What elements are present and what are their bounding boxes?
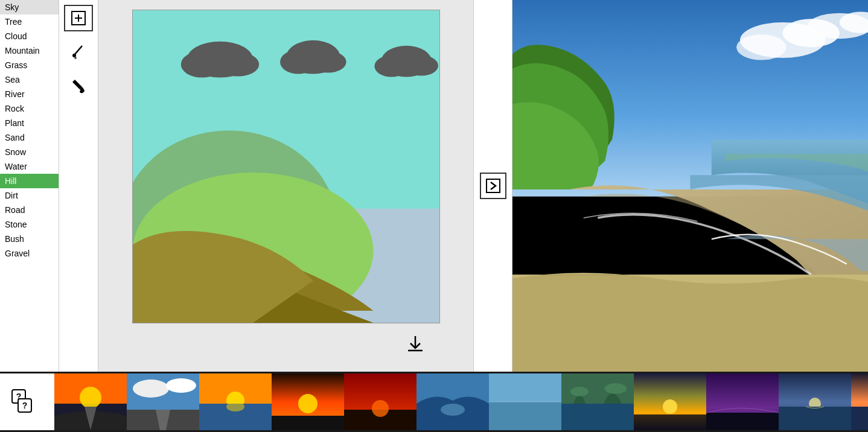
svg-rect-68 <box>706 413 779 430</box>
svg-point-10 <box>217 52 259 77</box>
download-button[interactable] <box>406 334 425 357</box>
thumbnail-1[interactable] <box>54 373 127 430</box>
thumbnail-6[interactable] <box>416 373 489 430</box>
svg-rect-61 <box>561 404 634 430</box>
thumbnail-9[interactable] <box>634 373 706 430</box>
thumbnail-4[interactable] <box>272 373 344 430</box>
random-button[interactable]: ? ? <box>0 373 54 430</box>
svg-point-36 <box>80 387 101 408</box>
fill-button[interactable] <box>64 72 93 99</box>
label-item-gravel[interactable]: Gravel <box>0 246 59 261</box>
thumbnail-3[interactable] <box>199 373 272 430</box>
thumbnail-8[interactable] <box>561 373 634 430</box>
svg-point-5 <box>74 57 77 59</box>
svg-point-51 <box>372 400 389 417</box>
svg-point-62 <box>570 387 589 396</box>
svg-rect-48 <box>272 416 344 430</box>
thumbnail-5[interactable] <box>344 373 416 430</box>
svg-text:?: ? <box>22 401 28 410</box>
label-item-tree[interactable]: Tree <box>0 14 59 29</box>
middle-panel <box>473 0 512 372</box>
brush-button[interactable] <box>64 39 93 65</box>
new-layer-button[interactable] <box>64 5 93 31</box>
svg-point-15 <box>374 56 408 77</box>
thumbnail-11[interactable] <box>779 373 851 430</box>
svg-line-3 <box>75 46 82 54</box>
generate-button[interactable] <box>480 173 506 199</box>
svg-point-63 <box>605 383 627 394</box>
tool-sidebar <box>59 0 98 372</box>
label-item-plant[interactable]: Plant <box>0 116 59 130</box>
svg-point-16 <box>404 56 438 76</box>
svg-rect-71 <box>779 407 851 430</box>
thumbnail-10[interactable] <box>706 373 779 430</box>
label-item-water[interactable]: Water <box>0 159 59 174</box>
label-item-snow[interactable]: Snow <box>0 145 59 159</box>
label-item-rock[interactable]: Rock <box>0 101 59 116</box>
svg-rect-73 <box>851 407 868 430</box>
svg-rect-56 <box>489 373 561 402</box>
thumbnail-12[interactable] <box>851 373 868 430</box>
svg-rect-22 <box>487 179 500 192</box>
bottom-strip: ? ? <box>0 372 868 432</box>
svg-point-26 <box>736 34 786 60</box>
thumbnail-7[interactable] <box>489 373 561 430</box>
label-item-road[interactable]: Road <box>0 203 59 217</box>
label-item-stone[interactable]: Stone <box>0 217 59 232</box>
svg-point-9 <box>180 51 223 78</box>
svg-rect-57 <box>489 402 561 430</box>
svg-point-65 <box>663 399 677 414</box>
label-item-grass[interactable]: Grass <box>0 58 59 72</box>
label-item-mountain[interactable]: Mountain <box>0 43 59 58</box>
drawing-canvas[interactable] <box>132 10 440 323</box>
svg-point-54 <box>441 404 465 416</box>
svg-rect-29 <box>512 275 868 372</box>
label-item-sand[interactable]: Sand <box>0 130 59 145</box>
label-item-river[interactable]: River <box>0 87 59 101</box>
photo-panel <box>512 0 868 372</box>
svg-point-38 <box>133 380 169 398</box>
svg-point-47 <box>298 394 318 413</box>
thumbnail-2[interactable] <box>127 373 199 430</box>
label-item-dirt[interactable]: Dirt <box>0 188 59 203</box>
label-item-bush[interactable]: Bush <box>0 232 59 246</box>
svg-point-39 <box>166 378 196 393</box>
label-sidebar: SkyTreeCloudMountainGrassSeaRiverRockPla… <box>0 0 59 372</box>
label-item-cloud[interactable]: Cloud <box>0 29 59 43</box>
canvas-container <box>98 0 473 372</box>
label-item-sky[interactable]: Sky <box>0 0 59 14</box>
svg-point-13 <box>310 51 346 73</box>
label-item-hill[interactable]: Hill <box>0 174 59 188</box>
label-item-sea[interactable]: Sea <box>0 72 59 87</box>
svg-point-45 <box>226 402 244 411</box>
svg-rect-66 <box>634 415 706 430</box>
